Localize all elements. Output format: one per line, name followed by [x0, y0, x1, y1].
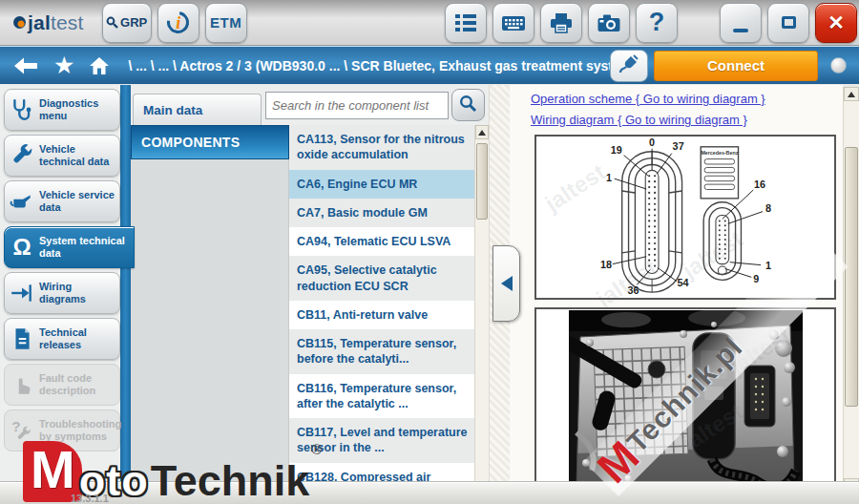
minimize-icon	[733, 29, 748, 32]
breadcrumb-bar: ★ \ ... \ ... \ Actros 2 / 3 (WDB930.0 .…	[0, 46, 859, 84]
panel-splitter[interactable]	[489, 85, 510, 504]
sidebar-item-label: Vehicle technical data	[39, 143, 117, 167]
svg-text:?: ?	[11, 418, 20, 434]
scroll-up-button[interactable]	[475, 125, 489, 139]
mototechnik-logo: MotoTechnik®	[23, 441, 322, 502]
svg-text:19: 19	[611, 144, 622, 156]
sidebar-item-label: Diagnostics menu	[39, 97, 117, 121]
main-panel-header: Main data	[131, 85, 489, 125]
sidebar-item-label: Wiring diagrams	[39, 281, 117, 304]
search-icon	[459, 94, 477, 116]
scrollbar-thumb[interactable]	[845, 147, 858, 407]
component-item[interactable]: CA7, Basic module GM	[289, 199, 474, 227]
keyboard-button[interactable]	[492, 3, 534, 43]
document-icon	[9, 326, 35, 351]
printer-icon	[549, 11, 574, 34]
plug-icon	[618, 53, 639, 78]
sidebar-item-label: System technical data	[39, 235, 132, 259]
component-item[interactable]: CA113, Sensor for the nitrous oxide accu…	[289, 125, 474, 170]
sidebar-item-system-technical-data[interactable]: Ω System technical data	[4, 226, 135, 268]
sidebar-item-fault-code-description: Fault code description	[4, 364, 120, 406]
report-list-button[interactable]	[445, 3, 487, 43]
svg-text:16: 16	[754, 178, 765, 190]
etm-button-label: ETM	[210, 14, 241, 31]
hand-pointer-icon	[9, 372, 35, 397]
detail-scrollbar[interactable]	[843, 87, 859, 493]
list-icon	[453, 11, 478, 34]
logo-text-test: test	[51, 11, 84, 34]
close-button[interactable]: ✕	[815, 3, 857, 43]
screenshot-button[interactable]	[588, 3, 630, 43]
engine-ecu-photo	[569, 310, 803, 492]
grp-button[interactable]: GRP	[102, 3, 152, 43]
search-button[interactable]	[451, 89, 485, 121]
component-item-selected[interactable]: CA6, Engine ECU MR	[289, 170, 474, 199]
sidebar-item-wiring-diagrams[interactable]: Wiring diagrams	[4, 272, 120, 314]
sidebar-item-vehicle-service-data[interactable]: Vehicle service data	[4, 180, 120, 222]
component-item[interactable]: CB11, Anti-return valve	[289, 301, 474, 329]
svg-text:37: 37	[673, 140, 684, 152]
home-button[interactable]	[88, 55, 111, 76]
wrench-icon	[9, 143, 35, 168]
connect-button[interactable]: Connect	[654, 51, 818, 81]
oil-can-icon	[9, 189, 35, 214]
tab-main-data[interactable]: Main data	[133, 94, 262, 125]
minimize-button[interactable]	[720, 3, 762, 43]
scroll-up-button[interactable]	[844, 87, 859, 101]
svg-text:36: 36	[627, 284, 639, 296]
triangle-up-icon	[478, 130, 486, 136]
close-icon: ✕	[828, 12, 845, 32]
component-item[interactable]: CA95, Selective catalytic reduction ECU …	[289, 256, 474, 301]
components-section-label: COMPONENTS	[141, 135, 240, 150]
jaltest-logo-dot-icon	[13, 16, 26, 29]
maximize-icon	[782, 16, 796, 29]
info-icon: i	[163, 7, 194, 37]
print-button[interactable]	[540, 3, 582, 43]
info-button[interactable]: i	[157, 3, 199, 43]
svg-text:8: 8	[765, 202, 771, 214]
sidebar-item-vehicle-technical-data[interactable]: Vehicle technical data	[4, 135, 120, 177]
diagnostic-connector-button[interactable]	[610, 50, 648, 82]
connect-button-label: Connect	[707, 57, 765, 74]
scrollbar-track[interactable]	[844, 101, 859, 478]
component-item[interactable]: CB116, Temperature sensor, after the cat…	[289, 374, 474, 419]
omega-icon: Ω	[9, 236, 35, 259]
component-search	[262, 89, 487, 125]
maximize-button[interactable]	[767, 3, 809, 43]
stethoscope-icon	[9, 97, 35, 122]
sidebar-item-label: Technical releases	[39, 326, 117, 350]
operation-scheme-link[interactable]: Operation scheme { Go to wiring diagram …	[531, 92, 765, 106]
registered-mark: ®	[311, 441, 322, 457]
triangle-up-icon	[848, 92, 855, 97]
svg-text:Mercedes-Benz: Mercedes-Benz	[701, 150, 738, 156]
back-button[interactable]	[13, 56, 38, 75]
component-item[interactable]: CA94, Telematic ECU LSVA	[289, 227, 474, 256]
detail-panel: Operation scheme { Go to wiring diagram …	[510, 85, 843, 504]
svg-text:54: 54	[678, 277, 689, 288]
breadcrumb-path: \ ... \ ... \ Actros 2 / 3 (WDB930.0 ...…	[128, 58, 610, 74]
camera-icon	[597, 11, 621, 34]
etm-button[interactable]: ETM	[205, 3, 247, 43]
connection-status-led	[830, 57, 847, 74]
collapse-panel-button[interactable]	[492, 245, 520, 322]
mototechnik-technik: Technik	[151, 459, 310, 502]
tab-main-data-label: Main data	[143, 103, 202, 117]
components-section-header[interactable]: COMPONENTS	[131, 125, 289, 159]
sidebar-item-diagnostics-menu[interactable]: Diagnostics menu	[4, 89, 120, 131]
connector-pinout-diagram: jaltest jaltest jaltest	[534, 135, 836, 300]
pinout-diagram-drawing: 19 0 37 1 18 36 54 Mercedes-Benz	[536, 136, 834, 298]
component-search-input[interactable]	[265, 92, 449, 119]
sidebar-item-technical-releases[interactable]: Technical releases	[4, 318, 120, 360]
triangle-left-icon	[501, 276, 513, 291]
help-button[interactable]: ?	[636, 3, 678, 43]
logo-text-jal: jal	[28, 11, 51, 34]
app-version: 13.3.1.1	[71, 493, 109, 504]
scrollbar-track[interactable]	[475, 139, 489, 490]
svg-text:1: 1	[606, 172, 612, 183]
component-list-scrollbar[interactable]	[474, 125, 489, 504]
sidebar-item-label: Fault code description	[39, 372, 117, 396]
wiring-diagram-link[interactable]: Wiring diagram { Go to wiring diagram }	[531, 113, 747, 127]
scrollbar-thumb[interactable]	[476, 143, 488, 220]
favorites-star-icon[interactable]: ★	[53, 53, 74, 77]
component-item[interactable]: CB115, Temperature sensor, before the ca…	[289, 329, 474, 374]
